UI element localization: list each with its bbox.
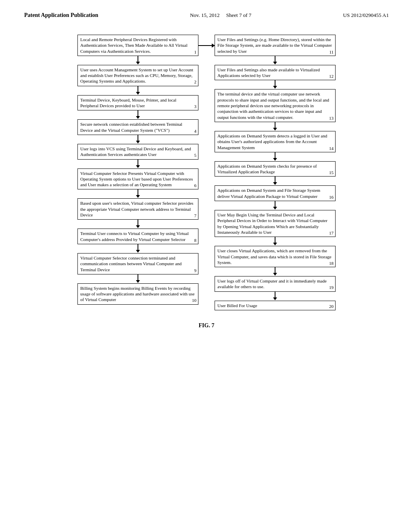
arrow-down bbox=[273, 122, 277, 131]
arrow-down bbox=[136, 135, 140, 144]
box-number-box18: 18 bbox=[329, 260, 334, 266]
header-date: Nov. 15, 2012 bbox=[190, 12, 220, 18]
box-number-box12: 12 bbox=[329, 73, 334, 79]
flow-box-box10: Billing System begins monitoring Billing… bbox=[77, 283, 198, 305]
flow-box-box9: Virtual Computer Selector connection ter… bbox=[77, 253, 198, 274]
box-number-box20: 20 bbox=[329, 303, 334, 309]
flow-box-box16: Applications on Demand System and File S… bbox=[215, 185, 336, 201]
fig-label: FIG. 7 bbox=[24, 322, 389, 329]
arrow-down bbox=[273, 292, 277, 301]
box-number-box5: 5 bbox=[194, 152, 197, 158]
arrow-down bbox=[136, 56, 140, 65]
box-number-box16: 16 bbox=[329, 194, 334, 200]
header-date-sheet: Nov. 15, 2012 Sheet 7 of 7 bbox=[190, 12, 251, 19]
flow-box-box1: Local and Remote Peripheral Devices Regi… bbox=[77, 35, 198, 56]
header-title: Patent Application Publication bbox=[24, 12, 98, 19]
header-patent: US 2012/0290455 A1 bbox=[343, 12, 389, 19]
arrow-down bbox=[273, 152, 277, 161]
box-number-box8: 8 bbox=[194, 237, 197, 243]
box-number-box9: 9 bbox=[194, 268, 197, 273]
box-number-box14: 14 bbox=[329, 145, 334, 151]
left-column: Local and Remote Peripheral Devices Regi… bbox=[77, 35, 198, 310]
arrow-down bbox=[136, 189, 140, 198]
arrow-down bbox=[136, 160, 140, 168]
box-number-box6: 6 bbox=[194, 183, 197, 188]
box-number-box19: 19 bbox=[329, 285, 334, 290]
arrow-down bbox=[136, 86, 140, 95]
box-number-box10: 10 bbox=[192, 297, 196, 303]
flow-box-box3: Terminal Device, Keyboard, Mouse, Printe… bbox=[77, 95, 198, 111]
arrow-down bbox=[136, 110, 140, 119]
flow-box-box19: User logs off of Virtual Computer and it… bbox=[215, 276, 336, 292]
header-sheet: Sheet 7 of 7 bbox=[226, 12, 251, 18]
arrow-down bbox=[273, 237, 277, 246]
box-number-box7: 7 bbox=[194, 213, 197, 218]
flow-box-box20: User Billed For Usage 20 bbox=[215, 301, 336, 310]
arrow-down bbox=[273, 80, 277, 89]
flow-box-box18: User closes Virtual Applications, which … bbox=[215, 246, 336, 267]
box-number-box2: 2 bbox=[194, 79, 197, 85]
flow-box-box6: Virtual Computer Selector Presents Virtu… bbox=[77, 168, 198, 190]
horizontal-connector bbox=[198, 45, 215, 46]
flow-box-box7: Based upon user's selection, Virtual com… bbox=[77, 198, 198, 220]
box-number-box13: 13 bbox=[329, 115, 334, 121]
right-column: User Files and Settings (e.g. Home Direc… bbox=[215, 35, 336, 310]
box-number-box3: 3 bbox=[194, 104, 197, 109]
page-header: Patent Application Publication Nov. 15, … bbox=[24, 12, 389, 19]
flow-box-box12: User Files and Settings also made availa… bbox=[215, 65, 336, 81]
arrow-down bbox=[273, 177, 277, 185]
flow-box-box17: User May Begin Using the Terminal Device… bbox=[215, 210, 336, 237]
flow-box-box8: Terminal User connects to Virtual Comput… bbox=[77, 229, 198, 244]
arrow-down bbox=[273, 267, 277, 276]
flow-box-box14: Applications on Demand System detects a … bbox=[215, 131, 336, 152]
flow-box-box2: User uses Account Management System to s… bbox=[77, 65, 198, 86]
arrow-down bbox=[136, 220, 140, 229]
arrow-down bbox=[136, 244, 140, 253]
box-number-box4: 4 bbox=[194, 128, 197, 134]
box-number-box1: 1 bbox=[194, 49, 197, 55]
flow-box-box15: Applications on Demand System checks for… bbox=[215, 161, 336, 177]
box-number-box15: 15 bbox=[329, 170, 334, 175]
box-number-box11: 11 bbox=[329, 49, 334, 55]
arrow-down bbox=[273, 201, 277, 210]
diagram-container: Local and Remote Peripheral Devices Regi… bbox=[24, 35, 389, 310]
arrow-down bbox=[136, 274, 140, 283]
box-number-box17: 17 bbox=[329, 230, 334, 236]
flow-box-box4: Secure network connection established be… bbox=[77, 119, 198, 135]
flow-box-box11: User Files and Settings (e.g. Home Direc… bbox=[215, 35, 336, 56]
flow-box-box13: The terminal device and the virtual comp… bbox=[215, 89, 336, 122]
flow-box-box5: User logs into VCS using Terminal Device… bbox=[77, 144, 198, 160]
arrow-down bbox=[273, 56, 277, 65]
